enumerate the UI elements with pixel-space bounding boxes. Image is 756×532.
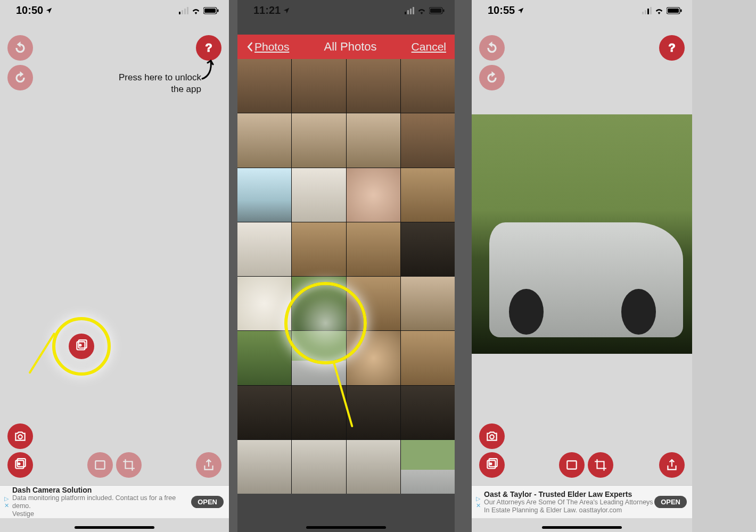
location-icon [517,7,524,14]
rotate-cw-button[interactable] [479,65,505,90]
ad-banner[interactable]: ▷ ✕ Dash Camera Solution Data monitoring… [0,485,229,518]
photo-thumb[interactable] [401,440,455,494]
photo-thumb[interactable] [237,222,291,276]
status-bar: 11:21 [237,0,455,19]
svg-rect-14 [443,9,445,12]
loaded-image[interactable] [472,114,692,354]
ad-open-button[interactable]: OPEN [191,496,224,508]
photo-thumb[interactable] [401,168,455,222]
crop-button[interactable] [116,452,142,478]
photo-thumb[interactable] [347,168,400,222]
photo-thumb[interactable] [237,59,291,113]
ad-close-icon[interactable]: ✕ [4,502,9,509]
photo-thumb[interactable] [292,277,346,330]
hint-line2: the app [171,84,201,94]
svg-text:?: ? [668,41,675,54]
status-icons [642,7,683,14]
gallery-button[interactable] [479,452,505,478]
ad-banner[interactable]: ▷ ✕ Oast & Taylor - Trusted Elder Law Ex… [472,485,692,518]
gallery-button[interactable] [7,452,33,478]
svg-point-6 [79,344,81,346]
status-time: 11:21 [253,4,290,16]
ad-open-button[interactable]: OPEN [654,496,687,508]
home-indicator[interactable] [306,526,386,529]
photo-thumb[interactable] [347,113,400,167]
photo-thumb[interactable] [237,277,291,330]
share-button[interactable] [659,452,685,478]
ad-close-icon[interactable]: ✕ [476,502,481,509]
photo-thumb[interactable] [292,386,346,439]
photo-thumb[interactable] [237,440,291,494]
rotate-ccw-button[interactable] [479,35,505,61]
rotate-ccw-button[interactable] [7,35,33,61]
photo-thumb[interactable] [401,331,455,385]
ad-badge: ▷ ✕ [4,495,9,509]
adchoices-icon[interactable]: ▷ [476,495,481,502]
svg-rect-5 [79,340,87,348]
rotate-cw-button[interactable] [7,65,33,90]
photo-thumb[interactable] [401,59,455,113]
photo-thumb[interactable] [292,168,346,222]
svg-point-10 [18,463,20,465]
cancel-button[interactable]: Cancel [412,40,446,53]
picker-title: All Photos [324,40,376,54]
camera-button[interactable] [7,423,33,449]
photo-thumb[interactable] [237,113,291,167]
photo-grid[interactable] [237,59,455,494]
svg-text:?: ? [205,41,212,54]
battery-icon [203,7,219,14]
photo-thumb[interactable] [401,222,455,276]
photo-thumb[interactable] [401,113,455,167]
photo-thumb[interactable] [292,59,346,113]
photo-thumb[interactable] [237,386,291,439]
frame-button[interactable] [559,452,585,478]
home-indicator[interactable] [75,526,154,529]
battery-icon [667,7,683,14]
gallery-button-enlarged[interactable] [69,334,94,359]
photo-thumb[interactable] [292,113,346,167]
screen-1-editor-empty: 10:50 ? Press here to unlock the app [0,0,229,532]
share-button[interactable] [196,452,221,478]
hint-text: Press here to unlock the app [89,72,201,95]
camera-button[interactable] [479,423,505,449]
cell-bars-icon [642,7,652,14]
back-button[interactable]: Photos [246,40,289,53]
cell-bars-icon [405,7,414,14]
photo-thumb[interactable] [347,222,400,276]
svg-rect-1 [204,9,216,13]
ad-title: Oast & Taylor - Trusted Elder Law Expert… [484,490,654,498]
status-time: 10:50 [16,4,53,16]
status-icons [179,7,219,14]
photo-thumb[interactable] [292,440,346,494]
adchoices-icon[interactable]: ▷ [4,495,9,502]
help-button[interactable]: ? [196,35,221,61]
back-label: Photos [254,40,289,53]
photo-thumb[interactable] [347,386,400,439]
frame-button[interactable] [87,452,113,478]
location-icon [283,7,290,14]
photo-thumb[interactable] [347,331,400,385]
svg-rect-2 [217,9,219,12]
photo-thumb[interactable] [347,59,400,113]
status-bar: 10:55 [472,0,692,19]
photo-thumb[interactable] [237,331,291,385]
wifi-icon [654,7,664,14]
ad-body: Our Attorneys Are Some Of The Area's Lea… [484,498,654,514]
highlight-connector [28,332,55,374]
photo-thumb[interactable] [237,168,291,222]
svg-rect-11 [95,461,104,469]
photo-thumb[interactable] [347,277,400,330]
wifi-icon [416,7,427,14]
help-button[interactable]: ? [659,35,685,61]
cell-bars-icon [179,7,188,14]
home-indicator[interactable] [542,526,622,529]
crop-button[interactable] [588,452,613,478]
screen-3-editor-loaded: 10:55 ? [463,0,692,532]
svg-rect-17 [680,9,682,12]
photo-thumb[interactable] [292,222,346,276]
status-time-text: 10:50 [16,4,43,16]
photo-thumb[interactable] [401,386,455,439]
photo-thumb[interactable] [347,440,400,494]
photo-thumb[interactable] [401,277,455,330]
battery-icon [429,7,445,14]
